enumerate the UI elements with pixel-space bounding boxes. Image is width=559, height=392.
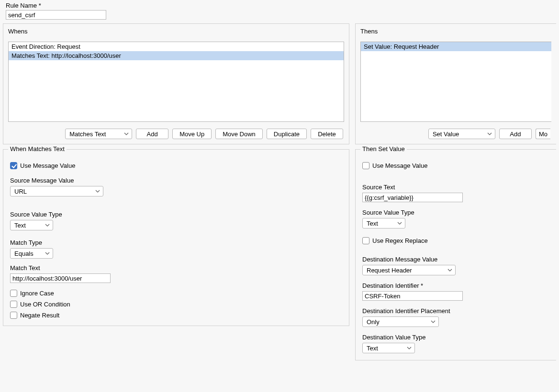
source-message-value-select[interactable]: URL [10, 186, 103, 196]
whens-panel: Whens Event Direction: RequestMatches Te… [3, 23, 349, 144]
then-source-value-type-label: Source Value Type [362, 209, 549, 216]
dest-message-value-label: Destination Message Value [362, 256, 549, 263]
whens-type-select-value: Matches Text [69, 131, 106, 138]
chevron-down-icon [45, 224, 50, 227]
use-or-label: Use OR Condition [20, 301, 70, 308]
source-message-value-label: Source Message Value [10, 177, 342, 184]
whens-movedown-button[interactable]: Move Down [215, 129, 263, 139]
dest-identifier-placement-select[interactable]: Only [362, 316, 439, 327]
whens-listbox[interactable]: Event Direction: RequestMatches Text: ht… [8, 42, 344, 122]
thens-listbox[interactable]: Set Value: Request Header [360, 42, 551, 122]
use-regex-replace-label: Use Regex Replace [372, 237, 428, 244]
when-detail-fieldset: When Matches Text Use Message Value Sour… [3, 149, 349, 326]
when-detail-legend: When Matches Text [8, 145, 67, 152]
when-use-message-value-checkbox[interactable] [10, 162, 17, 169]
then-use-message-value-label: Use Message Value [372, 162, 427, 169]
then-source-value-type-select[interactable]: Text [362, 218, 405, 229]
whens-add-button[interactable]: Add [136, 129, 168, 139]
whens-delete-button[interactable]: Delete [311, 129, 343, 139]
chevron-down-icon [124, 132, 129, 135]
then-detail-legend: Then Set Value [360, 145, 407, 152]
dest-identifier-placement-label: Destination Identifier Placement [362, 307, 549, 315]
dest-identifier-label: Destination Identifier * [362, 282, 549, 289]
chevron-down-icon [487, 132, 492, 135]
use-or-checkbox[interactable] [10, 301, 17, 308]
thens-panel: Thens Set Value: Request Header Set Valu… [355, 23, 556, 144]
whens-moveup-button[interactable]: Move Up [172, 129, 212, 139]
chevron-down-icon [397, 222, 402, 225]
match-type-label: Match Type [10, 239, 342, 246]
source-text-label: Source Text [362, 184, 549, 191]
chevron-down-icon [447, 269, 452, 272]
use-regex-replace-checkbox[interactable] [362, 237, 369, 244]
whens-type-select[interactable]: Matches Text [65, 129, 132, 139]
rule-name-input[interactable] [6, 10, 106, 20]
list-item[interactable]: Set Value: Request Header [361, 42, 551, 51]
thens-moveup-button[interactable]: Mo [536, 129, 550, 139]
thens-title: Thens [360, 28, 551, 35]
dest-value-type-select[interactable]: Text [362, 343, 415, 353]
whens-duplicate-button[interactable]: Duplicate [267, 129, 307, 139]
negate-result-label: Negate Result [20, 312, 59, 319]
list-item[interactable]: Matches Text: http://localhost:3000/user [9, 51, 344, 60]
chevron-down-icon [431, 320, 436, 323]
dest-value-type-label: Destination Value Type [362, 334, 549, 341]
when-source-value-type-select[interactable]: Text [10, 220, 53, 230]
negate-result-checkbox[interactable] [10, 312, 17, 319]
chevron-down-icon [95, 190, 100, 193]
thens-type-select[interactable]: Set Value [428, 129, 495, 139]
match-text-label: Match Text [10, 264, 342, 272]
dest-identifier-input[interactable] [362, 291, 463, 301]
then-detail-fieldset: Then Set Value Use Message Value Source … [355, 149, 556, 360]
when-use-message-value-label: Use Message Value [20, 162, 75, 169]
thens-add-button[interactable]: Add [499, 129, 532, 139]
chevron-down-icon [45, 252, 50, 255]
dest-message-value-select[interactable]: Request Header [362, 265, 456, 275]
chevron-down-icon [407, 347, 412, 349]
thens-type-select-value: Set Value [433, 131, 459, 138]
match-text-input[interactable] [10, 273, 111, 283]
list-item[interactable]: Event Direction: Request [9, 42, 344, 51]
whens-title: Whens [8, 28, 344, 35]
when-source-value-type-label: Source Value Type [10, 211, 342, 218]
then-use-message-value-checkbox[interactable] [362, 162, 369, 169]
source-text-input[interactable] [362, 193, 463, 202]
match-type-select[interactable]: Equals [10, 248, 53, 259]
ignore-case-label: Ignore Case [20, 290, 54, 297]
ignore-case-checkbox[interactable] [10, 290, 17, 297]
rule-name-label: Rule Name * [6, 2, 553, 9]
